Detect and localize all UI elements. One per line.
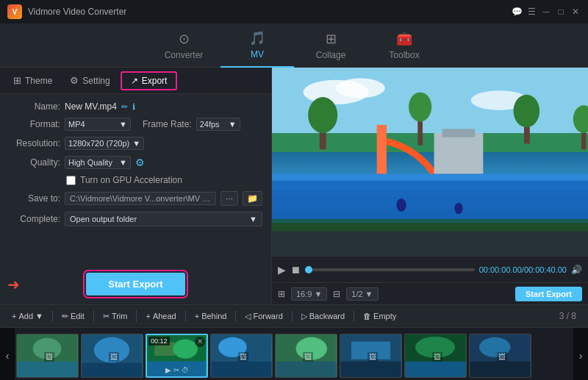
- add-icon: +: [12, 312, 16, 320]
- thumb-img-icon-8: 🖼: [471, 336, 531, 378]
- format-row: Format: MP4 ▼ Frame Rate: 24fps ▼: [9, 118, 262, 131]
- name-label: Name:: [9, 101, 60, 112]
- edit-name-icon[interactable]: ✏: [121, 102, 128, 112]
- play-button[interactable]: ▶: [278, 264, 286, 276]
- complete-row: Complete: Open output folder ▼: [9, 212, 262, 226]
- volume-icon[interactable]: 🔊: [571, 265, 582, 275]
- svg-rect-12: [377, 125, 387, 174]
- complete-label: Complete:: [9, 214, 60, 224]
- framerate-value: 24fps: [200, 120, 220, 129]
- chat-icon[interactable]: 💬: [512, 7, 522, 17]
- svg-point-7: [409, 92, 431, 121]
- format-value: MP4: [68, 120, 85, 129]
- close-icon[interactable]: ✕: [570, 7, 581, 17]
- ratio-select[interactable]: 16:9 ▼: [291, 287, 327, 301]
- complete-value: Open output folder: [70, 215, 137, 223]
- stop-button[interactable]: ⏹: [290, 264, 301, 276]
- tab-converter[interactable]: ⊙ Converter: [147, 24, 220, 68]
- forward-button[interactable]: ◁ Forward: [239, 309, 288, 323]
- edit-button[interactable]: ✏ Edit: [56, 309, 90, 323]
- time-display: 00:00:00.00/00:00:40.00: [479, 265, 567, 274]
- behind-label: Behind: [201, 312, 226, 320]
- forward-label: Forward: [253, 312, 282, 320]
- toolbox-icon: 🧰: [396, 31, 412, 47]
- svg-point-18: [454, 203, 462, 215]
- start-export-button[interactable]: Start Export: [86, 273, 184, 295]
- film-thumb-2[interactable]: 🖼: [81, 334, 143, 378]
- tab-collage[interactable]: ⊞ Collage: [294, 24, 368, 68]
- progress-bar[interactable]: [305, 268, 475, 271]
- film-thumb-8[interactable]: 🖼: [469, 334, 531, 378]
- forward-icon: ◁: [245, 312, 251, 321]
- sidebar-item-setting[interactable]: ⚙ Setting: [62, 72, 117, 89]
- export-icon: ↗: [131, 76, 138, 86]
- divider-3: [136, 310, 137, 322]
- name-value: New MV.mp4: [65, 101, 117, 112]
- backward-button[interactable]: ▷ Backward: [295, 309, 351, 323]
- theme-icon: ⊞: [13, 75, 21, 86]
- framerate-select[interactable]: 24fps ▼: [196, 118, 240, 131]
- filmstrip-nav-right[interactable]: ›: [573, 328, 588, 380]
- svg-rect-20: [272, 219, 588, 232]
- titlebar: V Vidmore Video Converter 💬 ☰ ─ □ ✕: [0, 0, 588, 24]
- app-title: Vidmore Video Converter: [28, 7, 126, 17]
- preview-area: [272, 68, 588, 256]
- film-thumb-6[interactable]: 🖼: [340, 334, 402, 378]
- sidebar-item-theme[interactable]: ⊞ Theme: [6, 72, 60, 89]
- folder-button[interactable]: 📁: [243, 191, 262, 206]
- complete-select[interactable]: Open output folder ▼: [65, 212, 262, 226]
- thumb-img-icon-4: 🖼: [212, 336, 273, 378]
- tab-toolbox[interactable]: 🧰 Toolbox: [368, 24, 441, 68]
- tab-converter-label: Converter: [165, 50, 204, 60]
- trim-button[interactable]: ✂ Trim: [97, 309, 134, 323]
- quality-gear-icon[interactable]: ⚙: [135, 157, 145, 168]
- ahead-icon: +: [146, 312, 150, 320]
- format-select[interactable]: MP4 ▼: [65, 118, 131, 131]
- framerate-chevron-icon: ▼: [229, 120, 237, 129]
- export-button[interactable]: ↗ Export: [121, 71, 178, 90]
- save-path-display: C:\Vidmore\Vidmore V...onverter\MV Expor…: [65, 192, 216, 205]
- backward-icon: ▷: [301, 312, 307, 321]
- empty-button[interactable]: 🗑 Empty: [357, 309, 402, 323]
- menu-icon[interactable]: ☰: [526, 7, 537, 17]
- resolution-label: Resolution:: [9, 138, 60, 148]
- gpu-label: Turn on GPU Acceleration: [80, 175, 182, 185]
- svg-rect-13: [434, 133, 484, 174]
- preview-svg: [272, 68, 588, 256]
- svg-point-29: [173, 339, 198, 358]
- titlebar-controls: 💬 ☰ ─ □ ✕: [512, 7, 581, 17]
- start-export-button-2[interactable]: Start Export: [515, 287, 582, 301]
- tab-collage-label: Collage: [316, 50, 346, 60]
- complete-chevron-icon: ▼: [249, 215, 257, 223]
- film-thumb-3[interactable]: 00:12 ✕ ▶ ✂ ⏱: [146, 334, 208, 378]
- film-thumb-4[interactable]: 🖼: [210, 334, 273, 378]
- quality-label: Quality:: [9, 157, 60, 168]
- resolution-value: 1280x720 (720p): [68, 139, 129, 148]
- setting-label: Setting: [82, 76, 110, 86]
- gpu-checkbox[interactable]: [66, 176, 76, 185]
- film-thumb-1[interactable]: 🖼: [16, 334, 79, 378]
- minimize-icon[interactable]: ─: [541, 7, 551, 17]
- resolution-select[interactable]: 1280x720 (720p) ▼: [65, 137, 144, 150]
- divider-4: [185, 310, 186, 322]
- info-icon[interactable]: ℹ: [132, 102, 135, 112]
- save-to-label: Save to:: [9, 193, 60, 204]
- split-icon: ⊟: [333, 289, 340, 299]
- quality-select[interactable]: High Quality ▼: [65, 156, 131, 169]
- thumb-close-3[interactable]: ✕: [195, 337, 205, 347]
- add-button[interactable]: + Add ▼: [6, 309, 49, 323]
- split-select[interactable]: 1/2 ▼: [346, 287, 378, 301]
- maximize-icon[interactable]: □: [556, 7, 566, 17]
- browse-button[interactable]: ···: [220, 191, 238, 206]
- tab-mv[interactable]: 🎵 MV: [220, 24, 294, 68]
- behind-button[interactable]: + Behind: [189, 309, 233, 323]
- film-thumb-5[interactable]: 🖼: [275, 334, 337, 378]
- sub-nav: ⊞ Theme ⚙ Setting ↗ Export: [0, 68, 271, 94]
- ahead-button[interactable]: + Ahead: [140, 309, 182, 323]
- film-thumb-7[interactable]: 🖼: [404, 334, 467, 378]
- playback-controls: ▶ ⏹ 00:00:00.00/00:00:40.00 🔊: [272, 256, 588, 282]
- trim-label: Trim: [112, 312, 128, 320]
- edit-label: Edit: [71, 312, 85, 320]
- filmstrip-nav-left[interactable]: ‹: [0, 328, 15, 380]
- svg-point-17: [396, 198, 406, 212]
